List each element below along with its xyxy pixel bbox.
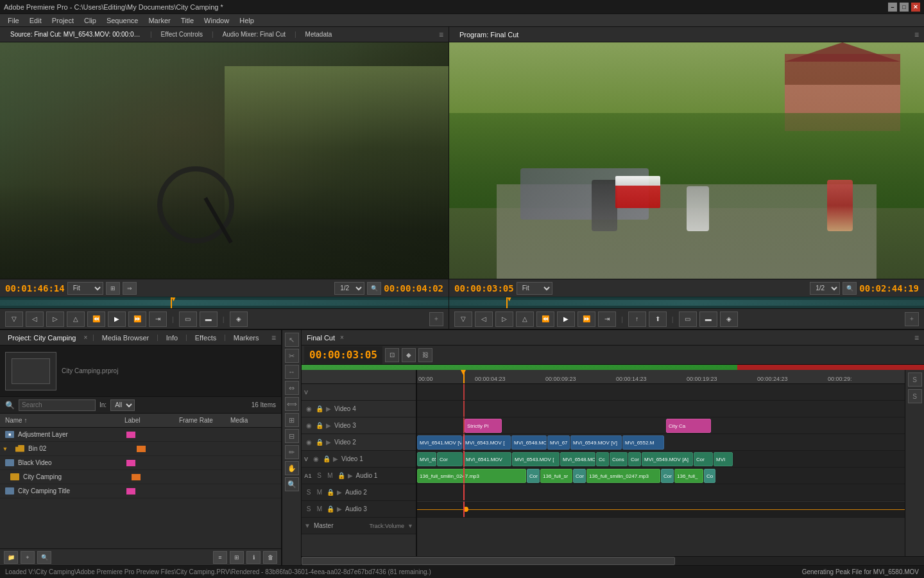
clip-mvi6548[interactable]: MVI_6548.MO bbox=[511, 435, 547, 450]
program-insert-btn[interactable]: ▭ bbox=[679, 311, 697, 327]
timeline-ruler[interactable]: 00:00 00:00:04:23 00:00:09:23 00:00:14:2… bbox=[417, 370, 905, 384]
project-tab[interactable]: Project: City Camping bbox=[5, 334, 78, 342]
program-go-to-in-btn[interactable]: ◁ bbox=[475, 311, 493, 327]
menu-edit[interactable]: Edit bbox=[24, 14, 47, 27]
rt-settings-btn[interactable]: S bbox=[908, 372, 922, 387]
ripple-edit-btn[interactable]: ↔ bbox=[285, 365, 299, 379]
track-eye-btn[interactable]: ◉ bbox=[311, 455, 320, 464]
source-tab[interactable]: Source: Final Cut: MVI_6543.MOV: 00:00:0… bbox=[5, 31, 146, 38]
program-overwrite-btn[interactable]: ▬ bbox=[699, 311, 717, 327]
source-step-back-btn[interactable]: ⏪ bbox=[87, 311, 105, 327]
track-row-video2[interactable]: Strictly Pl City Ca bbox=[417, 417, 905, 434]
col-media-header[interactable]: Media bbox=[228, 417, 281, 424]
track-row-video1[interactable]: MVI_6541.MOV [V] MVI_6543.MOV [ MVI_6548… bbox=[417, 434, 905, 451]
select-tool-btn[interactable]: ↖ bbox=[285, 333, 299, 347]
program-mark-out-btn[interactable]: △ bbox=[516, 311, 534, 327]
track-expand-icon[interactable]: ▶ bbox=[348, 472, 353, 479]
track-header-video4[interactable]: ◉ 🔒 ▶ Video 4 bbox=[302, 401, 416, 417]
source-out-timecode[interactable]: 00:00:04:02 bbox=[384, 283, 443, 293]
list-item[interactable]: City Camping bbox=[0, 470, 281, 484]
in-dropdown[interactable]: All bbox=[110, 399, 135, 411]
clip-a1-mvi-end[interactable]: MVI bbox=[714, 452, 733, 466]
menu-clip[interactable]: Clip bbox=[79, 14, 101, 27]
master-chevron[interactable]: ▼ bbox=[407, 523, 413, 529]
track-header-master[interactable]: ▼ Master Track:Volume ▼ bbox=[302, 518, 416, 534]
clip-strictly-pl[interactable]: Strictly Pl bbox=[465, 419, 502, 433]
list-item[interactable]: ▼ Bin 02 bbox=[0, 442, 281, 456]
clip-a2-co[interactable]: Co bbox=[704, 469, 715, 483]
metadata-btn[interactable]: ℹ bbox=[246, 551, 261, 564]
source-mark-out-btn[interactable]: △ bbox=[67, 311, 85, 327]
program-go-to-out-btn[interactable]: ▷ bbox=[495, 311, 513, 327]
track-expand-icon[interactable]: ▶ bbox=[326, 439, 331, 446]
source-go-to-out-btn[interactable]: ▷ bbox=[46, 311, 64, 327]
menu-window[interactable]: Window bbox=[199, 14, 234, 27]
source-timecode[interactable]: 00:01:46:14 bbox=[5, 283, 65, 293]
track-eye-btn[interactable]: ◉ bbox=[304, 405, 313, 414]
track-eye-btn[interactable]: ◉ bbox=[304, 421, 313, 430]
program-camera-btn[interactable]: ◈ bbox=[720, 311, 738, 327]
tl-snap-btn[interactable]: ⊡ bbox=[385, 348, 399, 362]
menu-sequence[interactable]: Sequence bbox=[101, 14, 144, 27]
maximize-button[interactable]: □ bbox=[900, 3, 909, 12]
clip-a2-136full3[interactable]: 136_full_ bbox=[674, 469, 703, 483]
program-step-back-btn[interactable]: ⏪ bbox=[536, 311, 554, 327]
col-label-header[interactable]: Label bbox=[122, 417, 176, 424]
slip-tool-btn[interactable]: ⊞ bbox=[285, 413, 299, 427]
track-row-video3[interactable] bbox=[417, 401, 905, 417]
source-scrubber[interactable]: ▼ bbox=[0, 297, 449, 308]
media-browser-tab[interactable]: Media Browser bbox=[99, 334, 151, 342]
track-lock-btn[interactable]: 🔒 bbox=[315, 421, 324, 430]
source-fit-dropdown[interactable]: Fit 25% 50% 100% bbox=[67, 282, 103, 295]
metadata-tab[interactable]: Metadata bbox=[300, 31, 338, 38]
clip-a1-mvi6548[interactable]: MVI_6548.MO bbox=[560, 452, 595, 466]
timeline-timecode[interactable]: 00:00:03:05 bbox=[304, 346, 382, 364]
clip-a1-cc[interactable]: Cc bbox=[596, 452, 609, 466]
program-panel-menu[interactable]: ≡ bbox=[914, 30, 919, 39]
track-mute-btn[interactable]: S bbox=[304, 505, 313, 514]
track-lock-btn[interactable]: 🔒 bbox=[337, 471, 346, 480]
search-btn[interactable]: 🔍 bbox=[37, 551, 51, 564]
new-item-btn[interactable]: + bbox=[21, 551, 35, 564]
track-lock-btn[interactable]: 🔒 bbox=[315, 438, 324, 447]
track-row-master[interactable] bbox=[417, 501, 905, 518]
track-expand-icon[interactable]: ▶ bbox=[333, 455, 338, 462]
track-header-audio3[interactable]: S M 🔒 ▶ Audio 3 bbox=[302, 501, 416, 518]
delete-btn[interactable]: 🗑 bbox=[263, 551, 277, 564]
rate-stretch-btn[interactable]: ⟺ bbox=[285, 397, 299, 411]
track-row-audio2[interactable]: 136_full_smilin_0247.mp3 Cor 136_full_sr… bbox=[417, 468, 905, 484]
source-go-to-in-btn[interactable]: ◁ bbox=[26, 311, 44, 327]
track-lock-btn[interactable]: 🔒 bbox=[315, 405, 324, 414]
list-view-btn[interactable]: ≡ bbox=[213, 551, 227, 564]
zoom-tool-btn[interactable]: 🔍 bbox=[285, 477, 299, 491]
source-export-frame-btn[interactable]: ⇒ bbox=[123, 282, 137, 295]
track-header-video1[interactable]: V ◉ 🔒 ▶ Video 1 bbox=[302, 451, 416, 468]
source-step-forward-btn[interactable]: ⏩ bbox=[128, 311, 146, 327]
clip-a1-mvi65[interactable]: MVI_65 bbox=[417, 452, 436, 466]
track-eye-btn[interactable]: ◉ bbox=[304, 438, 313, 447]
program-mark-in-btn[interactable]: ▽ bbox=[454, 311, 472, 327]
menu-project[interactable]: Project bbox=[47, 14, 79, 27]
program-fit-dropdown[interactable]: Fit 25% 50% 100% bbox=[517, 282, 552, 295]
program-tab[interactable]: Program: Final Cut bbox=[454, 31, 524, 39]
hand-tool-btn[interactable]: ✋ bbox=[285, 461, 299, 475]
track-header-video3[interactable]: ◉ 🔒 ▶ Video 3 bbox=[302, 417, 416, 434]
clip-mvi6543[interactable]: MVI_6543.MOV [ bbox=[463, 435, 511, 450]
clip-a1-cons[interactable]: Cons bbox=[610, 452, 628, 466]
slide-tool-btn[interactable]: ⊟ bbox=[285, 429, 299, 443]
program-scrubber[interactable]: ▼ bbox=[449, 297, 924, 308]
menu-file[interactable]: File bbox=[3, 14, 24, 27]
timeline-tab-close[interactable]: × bbox=[340, 334, 344, 341]
list-item[interactable]: City Camping Title bbox=[0, 484, 281, 498]
project-panel-menu[interactable]: ≡ bbox=[271, 333, 276, 342]
menu-marker[interactable]: Marker bbox=[143, 14, 175, 27]
source-camera-btn[interactable]: ◈ bbox=[230, 311, 248, 327]
program-lift-btn[interactable]: ↑ bbox=[628, 311, 646, 327]
program-out-timecode[interactable]: 00:02:44:19 bbox=[859, 283, 919, 293]
program-play-btn[interactable]: ▶ bbox=[557, 311, 575, 327]
track-lock-btn[interactable]: 🔒 bbox=[326, 505, 335, 514]
effects-tab[interactable]: Effects bbox=[193, 334, 219, 342]
close-button[interactable]: ✕ bbox=[911, 3, 920, 12]
col-name-header[interactable]: Name ↑ bbox=[0, 417, 122, 424]
markers-tab[interactable]: Markers bbox=[231, 334, 262, 342]
